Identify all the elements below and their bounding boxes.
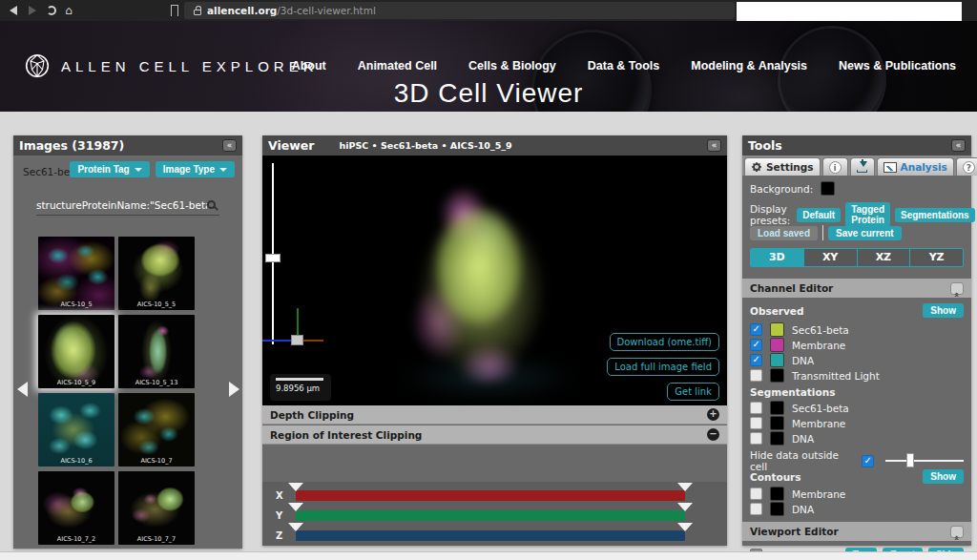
view-mode-yz[interactable]: YZ [909, 249, 963, 266]
contours-show-button[interactable]: Show [923, 469, 964, 484]
bookmark-icon[interactable] [167, 3, 182, 18]
nav-cells-biology[interactable]: Cells & Biology [468, 59, 556, 73]
nav-modeling-analysis[interactable]: Modeling & Analysis [691, 59, 807, 73]
preset-segmentations-button[interactable]: Segmentations [895, 208, 975, 222]
volume-viewer-canvas[interactable]: 9.8956 μm Download (ome.tiff) Load full … [262, 156, 727, 405]
download-ome-tiff-button[interactable]: Download (ome.tiff) [610, 333, 719, 351]
tab-download[interactable] [850, 157, 875, 176]
swatch-seg-sec61[interactable] [770, 401, 784, 415]
depth-clipping-section[interactable]: Depth Clipping + [262, 405, 727, 425]
thumbnail-aics-10-5[interactable]: AICS-10_5 [38, 237, 114, 310]
roi-x-slider[interactable] [296, 490, 685, 501]
thumbnail-aics-10-6[interactable]: AICS-10_6 [38, 393, 114, 467]
back-icon[interactable] [6, 3, 21, 18]
hide-outside-slider-track[interactable] [885, 460, 964, 462]
swatch-transmitted-light[interactable] [770, 368, 784, 383]
background-color-swatch[interactable] [821, 181, 835, 196]
nav-animated-cell[interactable]: Animated Cell [358, 59, 437, 73]
roi-x-handle-min[interactable] [288, 483, 303, 491]
swatch-contour-dna[interactable] [770, 502, 784, 516]
collapse-section-icon[interactable]: « [950, 282, 964, 295]
thumbnail-aics-10-7-7[interactable]: AICS-10_7_7 [118, 471, 195, 545]
viewer-collapse-button[interactable]: « [707, 139, 721, 152]
image-type-dropdown[interactable]: Image Type [156, 161, 235, 177]
thumbnail-aics-10-5-5[interactable]: AICS-10_5_5 [118, 237, 195, 310]
home-icon[interactable]: ⌂ [61, 3, 76, 18]
hide-outside-slider-handle[interactable] [906, 453, 914, 467]
roi-y-handle-min[interactable] [288, 503, 303, 511]
background-row: Background: [750, 181, 964, 196]
search-icon[interactable] [207, 200, 216, 209]
swatch-seg-dna[interactable] [770, 431, 784, 446]
axis-gizmo[interactable] [262, 308, 329, 351]
checkbox-hide-outside[interactable] [862, 455, 874, 467]
load-saved-button[interactable]: Load saved [750, 226, 818, 240]
tab-analysis-label: Analysis [901, 161, 947, 173]
nav-news-publications[interactable]: News & Publications [839, 59, 956, 73]
view-mode-3d[interactable]: 3D [751, 249, 803, 266]
forward-icon[interactable] [25, 3, 40, 18]
collapse-section-icon[interactable]: « [950, 526, 964, 538]
view-mode-xz[interactable]: XZ [857, 249, 910, 266]
channel-editor-header[interactable]: Channel Editor « [742, 279, 971, 298]
roi-x-handle-max[interactable] [677, 483, 693, 491]
roi-y-slider[interactable] [296, 510, 685, 521]
preset-default-button[interactable]: Default [797, 208, 841, 222]
checkbox-transmitted-light[interactable] [750, 369, 762, 382]
checkbox-contour-membrane[interactable] [750, 487, 762, 500]
viewport-editor-header[interactable]: Viewport Editor « [742, 522, 971, 541]
tab-analysis[interactable]: Analysis [877, 157, 954, 176]
expand-icon[interactable]: + [707, 408, 719, 421]
collapse-icon[interactable]: − [707, 428, 719, 441]
channel-row-sec61: Sec61-beta [750, 322, 964, 337]
search-input[interactable] [36, 199, 207, 211]
axis-gizmo-handle[interactable] [291, 335, 303, 345]
nav-about[interactable]: About [292, 59, 326, 73]
roi-clipping-section[interactable]: Region of Interest Clipping − [262, 425, 727, 445]
tab-settings[interactable]: Settings [744, 157, 821, 176]
tab-help[interactable]: ? [956, 157, 977, 176]
load-full-image-field-button[interactable]: Load full image field [607, 358, 719, 376]
checkbox-membrane[interactable] [750, 339, 762, 351]
checkbox-seg-membrane[interactable] [750, 417, 762, 429]
roi-z-handle-min[interactable] [288, 523, 303, 531]
tools-collapse-button[interactable]: « [951, 139, 966, 152]
axis-z-blue [262, 340, 293, 342]
nav-data-tools[interactable]: Data & Tools [588, 59, 659, 73]
tab-info[interactable]: i [822, 157, 848, 176]
page: ⌂ allencell.org /3d-cell-viewer.html ALL… [0, 0, 977, 560]
swatch-contour-membrane[interactable] [770, 487, 784, 501]
brand[interactable]: ALLEN CELL EXPLORER [25, 53, 319, 78]
checkbox-dna[interactable] [750, 354, 762, 366]
checkbox-contour-dna[interactable] [750, 503, 762, 515]
roi-z-slider[interactable] [296, 530, 685, 541]
images-collapse-button[interactable]: « [222, 139, 237, 152]
protein-tag-dropdown[interactable]: Protein Tag [70, 161, 149, 177]
preset-save-row: Load saved Save current [750, 225, 964, 240]
thumbnail-aics-10-5-9-selected[interactable]: AICS-10_5_9 [38, 315, 114, 388]
checkbox-seg-dna[interactable] [750, 432, 762, 445]
roi-z-handle-max[interactable] [677, 523, 693, 531]
preset-tagged-protein-button[interactable]: Tagged Protein [845, 202, 890, 227]
save-current-button[interactable]: Save current [828, 226, 902, 240]
thumbnail-aics-10-5-13[interactable]: AICS-10_5_13 [118, 315, 195, 388]
url-bar[interactable]: allencell.org /3d-cell-viewer.html [184, 2, 735, 19]
observed-show-button[interactable]: Show [923, 303, 964, 318]
roi-y-handle-max[interactable] [677, 503, 693, 511]
checkbox-seg-sec61[interactable] [750, 402, 762, 414]
contours-row: Contours Show [750, 469, 964, 484]
checkbox-sec61[interactable] [750, 323, 762, 336]
view-mode-xy[interactable]: XY [803, 249, 857, 266]
thumbnail-aics-10-7[interactable]: AICS-10_7 [118, 393, 195, 467]
swatch-membrane[interactable] [770, 338, 784, 352]
thumbnail-aics-10-7-2[interactable]: AICS-10_7_2 [38, 471, 114, 545]
swatch-seg-membrane[interactable] [770, 416, 784, 430]
reload-icon[interactable] [44, 3, 59, 18]
swatch-sec61[interactable] [770, 322, 784, 337]
get-link-button[interactable]: Get link [667, 383, 719, 401]
zoom-slider-handle[interactable] [265, 254, 281, 262]
prev-page-arrow[interactable] [17, 382, 28, 397]
next-page-arrow[interactable] [229, 382, 239, 397]
swatch-dna[interactable] [770, 353, 784, 367]
roi-y-row: Y [262, 510, 727, 522]
